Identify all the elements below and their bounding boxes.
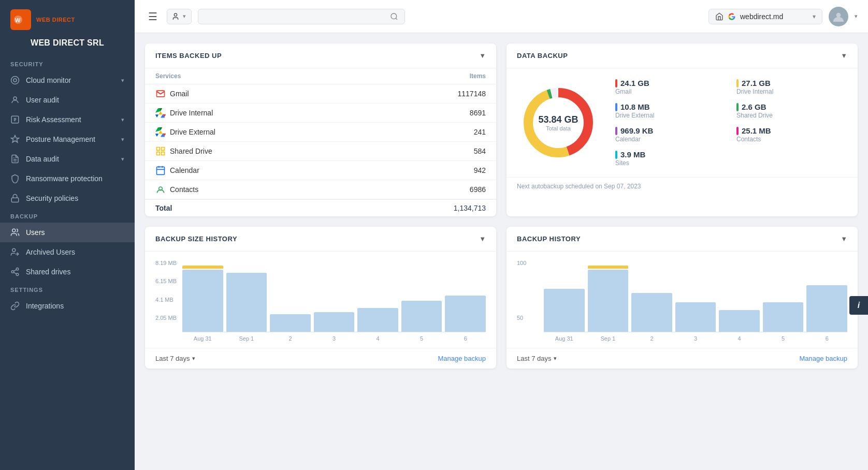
search-bar[interactable]	[198, 9, 405, 24]
table-row: Contacts6986	[145, 180, 496, 200]
total-value: 1,134,713	[357, 199, 496, 216]
svg-point-16	[391, 13, 397, 19]
service-value: 1117148	[357, 84, 496, 104]
backup-history-bars	[544, 260, 847, 332]
legend-name: Drive External	[615, 112, 726, 119]
legend-size: 24.1 GB	[615, 79, 726, 87]
backup-history-chevron[interactable]: ▼	[841, 235, 847, 243]
user-filter-button[interactable]: ▾	[167, 9, 192, 24]
legend-name: Drive Internal	[736, 88, 847, 95]
backup-size-y-labels: 8.19 MB6.15 MB4.1 MB2.05 MB	[155, 260, 177, 321]
backup-size-period-btn[interactable]: Last 7 days ▾	[155, 355, 195, 362]
legend-dot	[736, 79, 739, 87]
legend-item: 25.1 MB Contacts	[736, 126, 847, 143]
data-backup-chevron[interactable]: ▼	[841, 52, 847, 60]
logo-text: WEB DIRECT	[36, 16, 75, 23]
x-label: 6	[806, 335, 847, 342]
y-label: 2.05 MB	[155, 315, 177, 321]
topbar: ☰ ▾ webdirect.md ▾	[135, 0, 868, 33]
sidebar-item-archived-users[interactable]: Archived Users	[0, 242, 135, 262]
posture-management-label: Posture Management	[26, 135, 115, 143]
backup-section-label: BACKUP	[0, 208, 135, 223]
bar-blue	[675, 302, 716, 332]
sidebar-item-security-policies[interactable]: Security policies	[0, 188, 135, 208]
user-avatar[interactable]	[829, 7, 848, 26]
archived-users-icon	[10, 247, 20, 257]
backup-size-x-labels: Aug 31Sep 123456	[182, 335, 486, 342]
x-label: Sep 1	[226, 335, 267, 342]
sidebar-item-data-audit[interactable]: Data audit ▾	[0, 149, 135, 169]
ransomware-protection-icon	[10, 174, 20, 183]
backup-history-card: BACKUP HISTORY ▼ 10050 Aug 31Sep 123456 …	[507, 227, 858, 369]
service-value: 241	[357, 123, 496, 142]
sidebar-item-users[interactable]: Users	[0, 223, 135, 242]
sidebar-item-risk-assessment[interactable]: Risk Assessment ▾	[0, 110, 135, 129]
legend-name: Sites	[615, 159, 726, 167]
x-label: 3	[314, 335, 355, 342]
legend-size-text: 10.8 MB	[620, 102, 650, 111]
risk-assessment-chevron: ▾	[121, 116, 124, 123]
security-policies-label: Security policies	[26, 194, 124, 202]
sidebar-item-posture-management[interactable]: Posture Management ▾	[0, 129, 135, 149]
bar-column	[675, 260, 716, 332]
total-row: Total1,134,713	[145, 199, 496, 216]
y-label: 8.19 MB	[155, 260, 177, 266]
bar-blue	[357, 308, 398, 332]
domain-chevron: ▾	[813, 13, 816, 20]
svg-line-17	[396, 18, 397, 20]
hamburger-button[interactable]: ☰	[145, 7, 161, 26]
legend-item: 24.1 GB Gmail	[615, 79, 726, 95]
bar-blue	[314, 312, 355, 332]
backup-history-period-btn[interactable]: Last 7 days ▾	[517, 355, 557, 362]
sidebar-item-cloud-monitor[interactable]: Cloud monitor ▾	[0, 70, 135, 90]
user-audit-label: User audit	[26, 96, 124, 104]
backup-history-footer: Last 7 days ▾ Manage backup	[507, 348, 858, 369]
backup-history-y-labels: 10050	[517, 260, 526, 321]
bar-blue	[226, 273, 267, 332]
items-backed-up-chevron[interactable]: ▼	[479, 52, 486, 60]
table-row: Gmail1117148	[145, 84, 496, 104]
user-audit-icon	[10, 95, 20, 105]
bar-column	[226, 260, 267, 332]
donut-center: 53.84 GB Total data	[538, 114, 578, 131]
table-row: Shared Drive584	[145, 142, 496, 161]
svg-point-19	[836, 12, 841, 17]
backup-size-manage-link[interactable]: Manage backup	[438, 355, 486, 362]
svg-text:W: W	[15, 17, 21, 23]
bar-column	[270, 260, 311, 332]
table-row: Calendar942	[145, 161, 496, 180]
info-fab-button[interactable]: i	[849, 296, 868, 315]
legend-name: Shared Drive	[736, 112, 847, 119]
sidebar-logo: W WEB DIRECT	[0, 0, 135, 35]
x-label: 3	[675, 335, 716, 342]
legend-size-text: 969.9 KB	[620, 126, 653, 135]
bar-column	[631, 260, 672, 332]
y-label: 100	[517, 260, 526, 266]
backup-history-period-label: Last 7 days	[517, 355, 552, 362]
backup-size-history-chevron[interactable]: ▼	[479, 235, 486, 243]
backup-size-bars	[182, 260, 486, 332]
svg-line-13	[13, 272, 16, 274]
posture-management-icon	[10, 135, 20, 144]
backup-history-manage-link[interactable]: Manage backup	[799, 355, 847, 362]
domain-selector[interactable]: webdirect.md ▾	[708, 9, 822, 24]
avatar-chevron[interactable]: ▾	[855, 13, 858, 20]
legend-dot	[615, 103, 617, 111]
x-label: Sep 1	[588, 335, 629, 342]
sidebar-item-user-audit[interactable]: User audit	[0, 90, 135, 110]
search-input[interactable]	[205, 12, 386, 21]
x-label: 4	[357, 335, 398, 342]
sidebar-item-shared-drives[interactable]: Shared drives	[0, 262, 135, 282]
data-backup-title: DATA BACKUP	[517, 52, 568, 60]
y-label: 4.1 MB	[155, 297, 177, 303]
sidebar-item-integrations[interactable]: Integrations	[0, 296, 135, 316]
backup-size-history-header: BACKUP SIZE HISTORY ▼	[145, 227, 496, 252]
domain-name: webdirect.md	[740, 12, 783, 21]
items-backed-up-table: Services Items Gmail1117148Drive Interna…	[145, 68, 496, 216]
svg-point-4	[13, 97, 17, 100]
sidebar-item-ransomware-protection[interactable]: Ransomware protection	[0, 169, 135, 188]
bar-blue	[401, 301, 442, 332]
cloud-monitor-chevron: ▾	[121, 77, 124, 84]
bar-blue	[270, 314, 311, 332]
svg-point-11	[11, 271, 14, 273]
